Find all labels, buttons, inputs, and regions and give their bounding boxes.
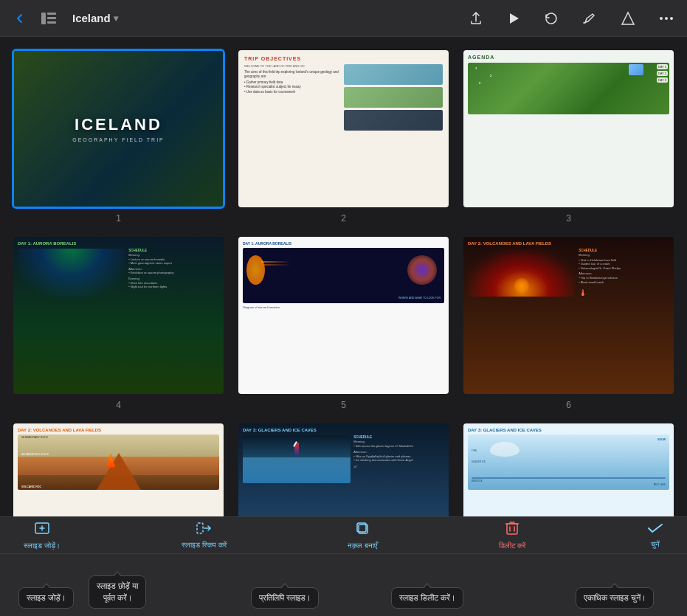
- slide-4-content: DAY 1: AURORA BOREALIS SCHEDULE Morning:…: [13, 237, 224, 394]
- svg-rect-16: [507, 524, 517, 534]
- slide-thumbnail-7[interactable]: DAY 2: VOLCANOES AND LAVA FIELDS VOLCANI…: [12, 422, 225, 517]
- slide-9-title: DAY 3: GLACIERS AND ICE CAVES: [468, 428, 669, 432]
- toolbar-right: [344, 8, 679, 29]
- lava-glow: [514, 278, 529, 293]
- duplicate-slide-button[interactable]: नक़ल बनाएँ: [339, 518, 386, 553]
- annotate-button[interactable]: [578, 8, 601, 29]
- slide-7-diagram: VOLCANIC ROC SEDIMENTARY ROCK METAMORPHI…: [18, 435, 219, 490]
- tooltip-skip: स्लाइड छोड़ें यापूर्वत करें।: [89, 575, 146, 609]
- svg-rect-2: [47, 17, 56, 19]
- slide-wrapper-3: AGENDA 1 2 3 DAY 1 DAY 2 DAY 3: [462, 49, 675, 224]
- slide-6-title: DAY 2: VOLCANOES AND LAVA FIELDS: [468, 241, 669, 246]
- slide-2-images: [344, 64, 443, 131]
- add-slide-label: स्लाइड जोड़ें।: [24, 541, 61, 550]
- duplicate-slide-icon: [355, 521, 370, 539]
- bottom-actions-bar: स्लाइड जोड़ें। स्लाइड स्किप करें नक़ल बन…: [0, 517, 687, 554]
- slide-4-title: DAY 1: AURORA BOREALIS: [18, 241, 219, 246]
- slide-8-content: DAY 3: GLACIERS AND ICE CAVES SCHEDULE M…: [238, 423, 449, 517]
- slide-4-aurora: [18, 249, 125, 297]
- slide-number-6: 6: [566, 400, 571, 410]
- slide-3-content: AGENDA 1 2 3 DAY 1 DAY 2 DAY 3: [463, 50, 674, 207]
- share-button[interactable]: [464, 8, 488, 29]
- svg-marker-5: [622, 13, 634, 24]
- slide-5-subtitle: Diagram of aurora formation: [243, 305, 444, 309]
- delete-slide-label: डिलीट करें: [499, 541, 526, 550]
- thermometer-icon: 🌡: [579, 287, 669, 300]
- skip-slide-label: स्लाइड स्किप करें: [182, 541, 227, 550]
- slide-wrapper-5: DAY 1: AURORA BOREALIS WHERE AND WHAT TO…: [237, 235, 450, 410]
- shapes-button[interactable]: [616, 8, 640, 29]
- slide-3-map: 1 2 3 DAY 1 DAY 2 DAY 3: [468, 63, 669, 114]
- presentation-title[interactable]: Iceland ▾: [66, 9, 124, 27]
- slides-container: ICELAND GEOGRAPHY FIELD TRIP 1 TRIP OBJE…: [0, 37, 687, 516]
- slide-3-day-boxes: DAY 1 DAY 2 DAY 3: [657, 64, 668, 83]
- slide-number-2: 2: [341, 213, 346, 224]
- top-toolbar: Iceland ▾: [0, 0, 687, 37]
- toolbar-left: Iceland ▾: [9, 9, 344, 28]
- svg-rect-12: [197, 523, 203, 533]
- play-button[interactable]: [503, 9, 525, 28]
- slide-1-subtitle: GEOGRAPHY FIELD TRIP: [72, 137, 165, 142]
- duplicate-slide-label: नक़ल बनाएँ: [348, 541, 377, 550]
- slide-6-volcano: [468, 249, 576, 297]
- slide-6-schedule: SCHEDULE Morning: • Visit to Holuhraan l…: [579, 249, 669, 300]
- slide-wrapper-8: DAY 3: GLACIERS AND ICE CAVES SCHEDULE M…: [237, 422, 450, 517]
- slide-thumbnail-3[interactable]: AGENDA 1 2 3 DAY 1 DAY 2 DAY 3: [462, 49, 675, 209]
- tooltip-area: स्लाइड जोड़ें। स्लाइड छोड़ें यापूर्वत कर…: [0, 554, 687, 616]
- dropdown-chevron-icon: ▾: [114, 13, 118, 24]
- more-button[interactable]: [655, 13, 678, 24]
- slide-5-content: DAY 1: AURORA BOREALIS WHERE AND WHAT TO…: [238, 237, 449, 394]
- slide-thumbnail-6[interactable]: DAY 2: VOLCANOES AND LAVA FIELDS SCHEDUL…: [462, 235, 675, 395]
- slide-thumbnail-9[interactable]: DAY 3: GLACIERS AND ICE CAVES SNOW FIRN …: [462, 422, 675, 517]
- delete-slide-button[interactable]: डिलीट करें: [490, 518, 535, 553]
- slide-thumbnail-5[interactable]: DAY 1: AURORA BOREALIS WHERE AND WHAT TO…: [237, 235, 450, 395]
- svg-rect-0: [41, 13, 46, 24]
- slide-5-diagram: WHERE AND WHAT TO LOOK FOR: [243, 248, 444, 303]
- skip-slide-button[interactable]: स्लाइड स्किप करें: [173, 519, 235, 553]
- slide-2-title: TRIP OBJECTIVES: [244, 56, 443, 61]
- slide-8-schedule: SCHEDULE Morning: • Salt across the glac…: [353, 435, 444, 483]
- slides-grid: ICELAND GEOGRAPHY FIELD TRIP 1 TRIP OBJE…: [12, 49, 675, 516]
- add-slide-button[interactable]: स्लाइड जोड़ें।: [15, 518, 69, 553]
- slide-number-1: 1: [116, 213, 121, 224]
- delete-slide-icon: [505, 521, 519, 539]
- tooltip-delete: स्लाइड डिलीट करें।: [391, 587, 463, 609]
- slide-wrapper-2: TRIP OBJECTIVES WELCOME TO THE LAND OF F…: [237, 49, 450, 224]
- slide-thumbnail-2[interactable]: TRIP OBJECTIVES WELCOME TO THE LAND OF F…: [237, 49, 450, 209]
- slide-wrapper-1: ICELAND GEOGRAPHY FIELD TRIP 1: [12, 49, 225, 224]
- tooltip-duplicate: प्रतिलिपि स्लाइड।: [251, 587, 319, 609]
- svg-point-6: [660, 17, 663, 20]
- select-slides-label: चुनें: [651, 540, 660, 549]
- slide-wrapper-7: DAY 2: VOLCANOES AND LAVA FIELDS VOLCANI…: [12, 422, 225, 517]
- slide-7-content: DAY 2: VOLCANOES AND LAVA FIELDS VOLCANI…: [13, 423, 224, 517]
- slide-wrapper-9: DAY 3: GLACIERS AND ICE CAVES SNOW FIRN …: [462, 422, 675, 517]
- undo-button[interactable]: [539, 9, 563, 28]
- slide-2-content: TRIP OBJECTIVES WELCOME TO THE LAND OF F…: [238, 50, 449, 207]
- tooltip-add: स्लाइड जोड़ें।: [18, 587, 74, 609]
- slide-6-content: DAY 2: VOLCANOES AND LAVA FIELDS SCHEDUL…: [463, 237, 674, 394]
- slide-thumbnail-8[interactable]: DAY 3: GLACIERS AND ICE CAVES SCHEDULE M…: [237, 422, 450, 517]
- slide-3-title: AGENDA: [468, 55, 669, 60]
- slide-9-content: DAY 3: GLACIERS AND ICE CAVES SNOW FIRN …: [463, 423, 674, 517]
- svg-point-8: [670, 17, 673, 20]
- bottom-toolbar: स्लाइड जोड़ें। स्लाइड स्किप करें नक़ल बन…: [0, 516, 687, 616]
- slide-thumbnail-4[interactable]: DAY 1: AURORA BOREALIS SCHEDULE Morning:…: [12, 235, 225, 395]
- slide-8-title: DAY 3: GLACIERS AND ICE CAVES: [243, 428, 444, 432]
- slide-wrapper-6: DAY 2: VOLCANOES AND LAVA FIELDS SCHEDUL…: [462, 235, 675, 410]
- slide-number-5: 5: [341, 400, 346, 410]
- skip-slide-icon: [196, 522, 213, 538]
- select-slides-button[interactable]: चुनें: [638, 519, 672, 552]
- slide-thumbnail-1[interactable]: ICELAND GEOGRAPHY FIELD TRIP: [12, 49, 225, 209]
- tooltip-select: एकाधिक स्लाइड चुनें।: [576, 587, 654, 609]
- slide-5-title: DAY 1: AURORA BOREALIS: [243, 241, 444, 246]
- add-slide-icon: [35, 521, 49, 539]
- slide-4-schedule: SCHEDULE Morning: • Lecture on aurora bo…: [128, 249, 219, 297]
- slide-9-diagram: SNOW FIRN GLACIER ICE BEDROCK MELT LAKE: [468, 435, 669, 490]
- slide-number-3: 3: [566, 213, 571, 224]
- sidebar-toggle-button[interactable]: [37, 10, 61, 27]
- slide-1-content: ICELAND GEOGRAPHY FIELD TRIP: [14, 51, 223, 207]
- svg-rect-3: [47, 21, 56, 24]
- slide-7-title: DAY 2: VOLCANOES AND LAVA FIELDS: [18, 428, 219, 432]
- back-button[interactable]: [9, 9, 31, 28]
- svg-rect-1: [47, 13, 56, 15]
